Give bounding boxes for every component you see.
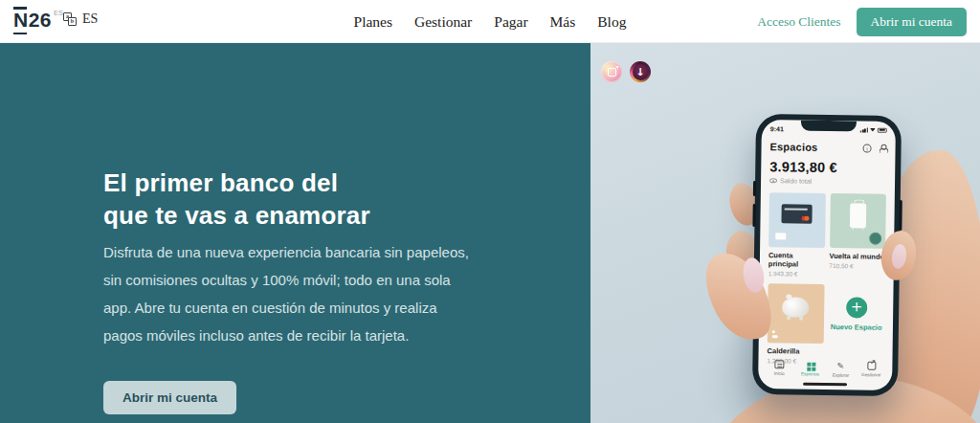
hero-photo: ↓ 9:41 Espa xyxy=(590,43,980,423)
space-amount: 710,50 € xyxy=(829,262,885,270)
client-access-link[interactable]: Acceso Clientes xyxy=(757,14,840,30)
phone-screen: 9:41 Espacios i 3.913,80 € xyxy=(758,120,896,390)
phone-volume-button-2 xyxy=(752,204,755,227)
download-glyph: ↓ xyxy=(633,64,649,80)
nav-item-planes[interactable]: Planes xyxy=(354,13,392,31)
info-icon: i xyxy=(863,144,872,152)
total-balance: 3.913,80 € xyxy=(769,159,886,176)
hero-title: El primer banco del que te vas a enamora… xyxy=(103,167,370,232)
espacios-grid-icon xyxy=(807,363,811,367)
tab-label: Inicio xyxy=(774,371,785,376)
header-actions: Acceso Clientes Abrir mi cuenta xyxy=(757,0,967,43)
nav-item-gestionar[interactable]: Gestionar xyxy=(414,13,472,31)
inicio-icon xyxy=(774,360,784,368)
tab-gestionar: Gestionar xyxy=(858,361,883,378)
hero-text-panel: El primer banco del que te vas a enamora… xyxy=(0,43,590,423)
phone-tabbar: Inicio Espacios ✎ Explorar Gestionar xyxy=(767,360,883,379)
tab-explorar: ✎ Explorar xyxy=(828,361,853,378)
space-name: Vuelta al mundo xyxy=(829,252,885,261)
profile-icon xyxy=(879,144,887,152)
hero-title-line1: El primer banco del xyxy=(103,168,338,197)
new-space-label: Nuevo Espacio xyxy=(831,323,882,332)
card-chip-icon xyxy=(775,233,786,239)
space-meta-vuelta-al-mundo: Vuelta al mundo 710,50 € xyxy=(829,248,885,278)
nav-item-mas[interactable]: Más xyxy=(550,13,576,31)
space-card-vuelta-al-mundo xyxy=(830,193,886,249)
tab-label: Explorar xyxy=(833,373,849,378)
open-account-button-header[interactable]: Abrir mi cuenta xyxy=(857,8,967,36)
debit-card-icon xyxy=(782,204,813,223)
nav-item-blog[interactable]: Blog xyxy=(597,13,626,31)
app-header: Espacios i xyxy=(769,141,886,154)
suitcase-icon xyxy=(850,203,866,228)
space-card-cuenta-principal xyxy=(768,192,825,248)
signal-icon xyxy=(860,127,868,132)
hero-section: El primer banco del que te vas a enamora… xyxy=(0,43,980,423)
tab-inicio: Inicio xyxy=(767,360,791,377)
spaces-grid: Cuenta principal 1.943,30 € Vuelta al mu… xyxy=(767,192,885,366)
nav-item-pagar[interactable]: Pagar xyxy=(494,13,527,31)
tab-espacios: Espacios xyxy=(797,361,822,378)
piggy-bank-icon xyxy=(782,297,809,317)
status-time: 9:41 xyxy=(770,125,784,132)
gestionar-icon xyxy=(867,362,876,370)
status-icons xyxy=(860,127,887,132)
hero-title-line2: que te vas a enamorar xyxy=(103,201,370,230)
home-indicator xyxy=(803,383,847,387)
wifi-icon xyxy=(870,128,876,132)
space-meta-cuenta-principal: Cuenta principal 1.943,30 € xyxy=(768,247,825,278)
balance-caption: Saldo total xyxy=(780,177,812,184)
language-selector[interactable]: ab ES xyxy=(63,11,98,27)
battery-icon xyxy=(878,127,887,132)
shared-space-icon xyxy=(772,330,781,338)
plus-icon: + xyxy=(846,297,867,318)
new-space-button: + Nuevo Espacio xyxy=(828,284,884,345)
language-code: ES xyxy=(82,11,98,27)
tab-label: Gestionar xyxy=(861,372,880,377)
open-account-button-hero[interactable]: Abrir mi cuenta xyxy=(103,381,236,414)
phone-notch xyxy=(801,121,857,132)
space-amount: 1.943,30 € xyxy=(768,270,825,278)
explorar-icon: ✎ xyxy=(837,361,845,370)
n26-logo-country: ES xyxy=(54,9,63,34)
space-name: Calderilla xyxy=(768,346,824,356)
top-navbar: N26 ES ab ES Planes Gestionar Pagar Más … xyxy=(0,0,980,43)
translate-icon: ab xyxy=(63,12,77,26)
download-icon[interactable]: ↓ xyxy=(630,61,651,82)
phone-volume-button xyxy=(753,181,756,196)
hero-paragraph: Disfruta de una nueva experiencia bancar… xyxy=(103,238,479,349)
app-screen-title: Espacios xyxy=(769,141,817,153)
space-name: Cuenta principal xyxy=(768,251,825,269)
eye-icon xyxy=(769,178,777,183)
balance-caption-row: Saldo total xyxy=(769,177,886,186)
repost-icon[interactable] xyxy=(601,61,622,82)
n26-logo-text: N26 xyxy=(13,7,52,34)
phone-power-button xyxy=(899,200,902,231)
app-header-icons: i xyxy=(863,144,887,152)
repost-glyph xyxy=(608,68,616,77)
space-card-calderilla xyxy=(768,283,824,344)
goal-badge xyxy=(869,233,881,245)
n26-logo[interactable]: N26 ES xyxy=(13,7,63,34)
phone-mockup: 9:41 Espacios i 3.913,80 € xyxy=(752,114,902,396)
tab-label: Espacios xyxy=(801,371,819,376)
